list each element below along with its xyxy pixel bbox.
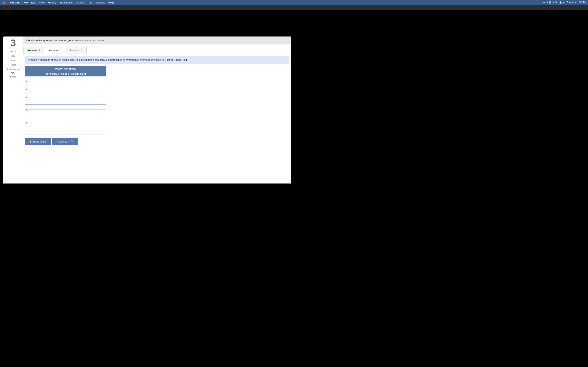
row2-label-cell: ▶ <box>25 81 74 89</box>
arrow-icon: ▶ <box>26 96 27 98</box>
row4-value-cell <box>74 97 106 104</box>
row1-label-input[interactable] <box>26 76 73 81</box>
arrow-icon: ▶ <box>26 109 27 111</box>
row7-value-input[interactable] <box>75 117 105 122</box>
apple-menu[interactable]: 🍎 <box>2 1 9 4</box>
row9-value-input[interactable] <box>75 130 105 134</box>
row1-value-cell <box>74 76 106 81</box>
row9-label-cell <box>25 130 74 134</box>
table-row: ▶ <box>25 122 106 130</box>
question-digit: 3 <box>10 38 16 48</box>
table-row: ▶ <box>25 109 106 117</box>
sidebar: eBook Hint Ask Print References <box>3 49 23 72</box>
instruction-text: Complete this question by entering your … <box>26 39 105 42</box>
row8-label-cell: ▶ <box>25 122 74 130</box>
sidebar-references[interactable]: References <box>3 67 23 72</box>
row3-value-cell <box>74 89 106 97</box>
help-menu[interactable]: Help <box>107 1 116 4</box>
question-number-area: 3 <box>3 36 23 48</box>
browser-chrome <box>0 5 294 10</box>
content-panel: Complete this question by entering your … <box>3 36 291 184</box>
bookmarks-menu[interactable]: Bookmarks <box>58 1 74 4</box>
prev-button-label: Required 1 <box>33 140 46 143</box>
row5-value-cell <box>74 104 106 109</box>
tab-menu[interactable]: Tab <box>86 1 94 4</box>
row2-label-input[interactable] <box>26 83 73 91</box>
tab-required-3[interactable]: Required 3 <box>66 47 86 54</box>
table-row <box>25 117 106 122</box>
row5-label-cell <box>25 104 74 109</box>
nav-buttons: ❮ Required 1 Required 3 ❯ <box>25 138 289 145</box>
question-instruction: Prepare a schedule of cost of goods sold… <box>25 56 289 64</box>
points-value: 15 <box>3 71 23 75</box>
menubar: 🍎 Chrome File Edit View History Bookmark… <box>0 0 294 5</box>
row7-label-input[interactable] <box>26 117 73 122</box>
arrow-icon: ▶ <box>26 121 27 124</box>
row1-value-input[interactable] <box>75 76 105 81</box>
table-row <box>25 104 106 109</box>
history-menu[interactable]: History <box>46 1 58 4</box>
prev-button[interactable]: ❮ Required 1 <box>25 138 51 145</box>
window-menu[interactable]: Window <box>94 1 107 4</box>
row1-label-cell <box>25 76 74 81</box>
row7-value-cell <box>74 117 106 122</box>
row6-value-input[interactable] <box>75 109 105 117</box>
arrow-icon: ▶ <box>26 81 27 83</box>
sidebar-ask[interactable]: Ask <box>3 58 23 63</box>
table-title-header: Schedule of Cost of Goods Sold <box>25 71 106 76</box>
view-menu[interactable]: View <box>37 1 46 4</box>
row2-value-cell <box>74 81 106 89</box>
chrome-menu[interactable]: Chrome <box>9 1 22 4</box>
tab-required-2[interactable]: Required 2 <box>45 47 66 54</box>
prev-arrow-icon: ❮ <box>30 140 32 143</box>
sidebar-print[interactable]: Print <box>3 63 23 67</box>
table-row: ▶ <box>25 81 106 89</box>
table-container: Mason Company Schedule of Cost of Goods … <box>25 66 106 135</box>
row6-value-cell <box>74 109 106 117</box>
arrow-icon: ▶ <box>26 88 27 91</box>
row4-value-input[interactable] <box>75 97 105 104</box>
points-label: points <box>3 75 23 78</box>
row3-value-input[interactable] <box>75 89 105 97</box>
table-row <box>25 76 106 81</box>
row5-value-input[interactable] <box>75 105 105 109</box>
tabs-container: Required 1 Required 2 Required 3 <box>23 45 291 54</box>
question-text: Prepare a schedule of cost of goods sold… <box>28 58 187 61</box>
tab-required-1[interactable]: Required 1 <box>24 47 44 54</box>
row9-value-cell <box>74 130 106 134</box>
profiles-menu[interactable]: Profiles <box>74 1 86 4</box>
row6-label-cell: ▶ <box>25 109 74 117</box>
row9-label-input[interactable] <box>26 130 73 134</box>
instruction-bar: Complete this question by entering your … <box>23 36 291 44</box>
points-area: 15 points <box>3 71 23 78</box>
row5-label-input[interactable] <box>26 105 73 109</box>
schedule-table: Mason Company Schedule of Cost of Goods … <box>25 66 106 135</box>
sidebar-ebook[interactable]: eBook <box>3 50 23 54</box>
row8-value-cell <box>74 122 106 130</box>
table-company-header: Mason Company <box>25 66 106 71</box>
sidebar-hint[interactable]: Hint <box>3 54 23 58</box>
edit-menu[interactable]: Edit <box>29 1 37 4</box>
row7-label-cell <box>25 117 74 122</box>
table-row <box>25 130 106 134</box>
next-button[interactable]: Required 3 ❯ <box>52 138 78 145</box>
row8-value-input[interactable] <box>75 122 105 130</box>
row3-label-input[interactable] <box>26 91 73 99</box>
row2-value-input[interactable] <box>75 81 105 89</box>
next-arrow-icon: ❯ <box>71 140 73 143</box>
main-content: Required 1 Required 2 Required 3 Prepare… <box>23 45 291 184</box>
file-menu[interactable]: File <box>22 1 29 4</box>
next-button-label: Required 3 <box>57 140 70 143</box>
